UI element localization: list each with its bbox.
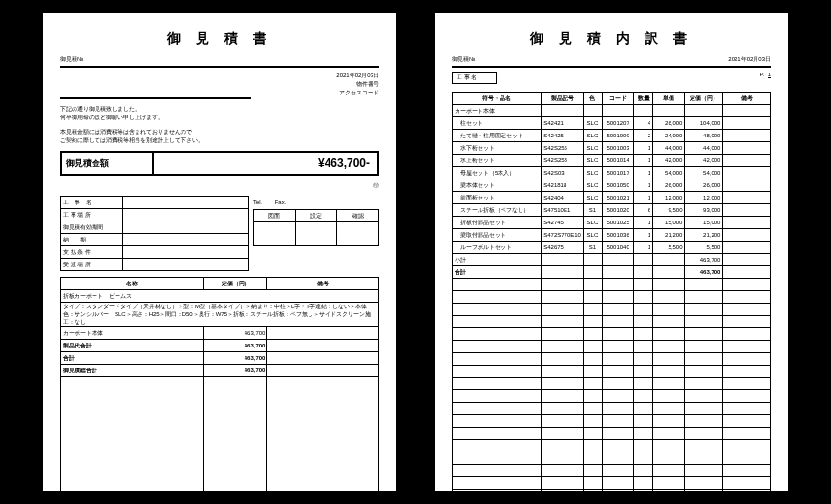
table-row: 水下桁セットS42S255SLC5001003144,00044,000 <box>453 142 771 155</box>
table-row <box>453 490 771 502</box>
breakdown-page: 御 見 積 内 訳 書 御見積№ 2021年02月03日 工 事 名 P. 1 … <box>435 13 788 491</box>
total-amount: ¥463,700- <box>154 157 377 170</box>
table-row <box>453 403 771 415</box>
table-row <box>453 415 771 428</box>
work-info-table: 工 事 名 工 事 場 所 御見積有効期間 納 期 支 払 条 件 受 渡 場 … <box>60 196 249 271</box>
table-row: 前面桁セットS42404SLC5001021112,00012,000 <box>453 192 771 204</box>
table-row <box>453 291 771 304</box>
table-row: カーポート本体 <box>453 105 771 117</box>
estimate-no-label: 御見積№ <box>60 55 83 64</box>
table-row <box>453 341 771 353</box>
intro-line1: 下記の通り御見積致しました。 <box>60 105 379 114</box>
table-row <box>453 440 771 452</box>
access-code-label: アクセスコード <box>60 89 379 97</box>
table-row <box>453 428 771 440</box>
page-title: 御 見 積 内 訳 書 <box>452 31 771 48</box>
table-row: 母屋セット（5本入）S42S03SLC5001017154,00054,000 <box>453 167 771 179</box>
table-row: 合計463,700 <box>453 266 771 279</box>
table-row <box>453 465 771 477</box>
date: 2021年02月03日 <box>60 72 379 80</box>
total-label: 御見積金額 <box>62 153 154 174</box>
table-row: 小計463,700 <box>453 254 771 266</box>
table-row: 梁取付部品セットS472S770E10SLC5001036121,20021,2… <box>453 229 771 242</box>
table-row: 折板付部品セットS42745SLC5001025115,00015,000 <box>453 217 771 229</box>
intro-line2: 何卒御用命のほど御願い申し上げます。 <box>60 114 379 122</box>
stamp-mark: ㊞ <box>60 181 379 190</box>
table-row <box>453 279 771 291</box>
table-row <box>453 316 771 328</box>
table-row: 梁本体セットS421818SLC5001050126,00026,000 <box>453 179 771 192</box>
table-row: 柱セットS42421SLC5001207426,000104,000 <box>453 117 771 130</box>
tax-note2: ご契約に際しては消費税等相当を別途計上して下さい。 <box>60 136 379 145</box>
tax-note1: 本見積金額には消費税等は含まれておりませんので <box>60 128 379 136</box>
total-box: 御見積金額 ¥463,700- <box>60 151 379 176</box>
table-row <box>453 353 771 366</box>
breakdown-table: 符号・品名 製品記号 色 コード 数量 単価 定価（円） 備考 カーポート本体 … <box>452 92 771 504</box>
table-row: ルーフボルトセットS42675S1500104015,5005,500 <box>453 242 771 254</box>
table-row: スチール折板（ペフなし）S47510E1S1500102069,50093,00… <box>453 204 771 217</box>
detail-table: 名称 定価（円） 備考 折板カーポート ビームス タイプ：スタンダードタイプ（天… <box>60 277 379 504</box>
table-row: たて樋・柱用固定セットS42425SLC5001009224,00048,000 <box>453 130 771 142</box>
stamp-table: 図面設定確認 <box>253 209 379 246</box>
table-row <box>453 452 771 465</box>
table-row: 水上桁セットS42S258SLC5001014142,00042,000 <box>453 155 771 167</box>
estimate-no-label: 御見積№ <box>452 55 475 64</box>
property-no-label: 物件番号 <box>60 80 379 89</box>
date: 2021年02月03日 <box>728 55 771 64</box>
work-name-label: 工 事 名 <box>452 72 497 84</box>
page-title: 御 見 積 書 <box>60 31 379 48</box>
estimate-page: 御 見 積 書 御見積№ 2021年02月03日 物件番号 アクセスコード 下記… <box>43 13 396 491</box>
table-row <box>453 477 771 490</box>
table-row <box>453 390 771 403</box>
table-row <box>453 328 771 341</box>
table-row <box>453 366 771 378</box>
table-row <box>453 304 771 316</box>
table-row <box>453 378 771 390</box>
